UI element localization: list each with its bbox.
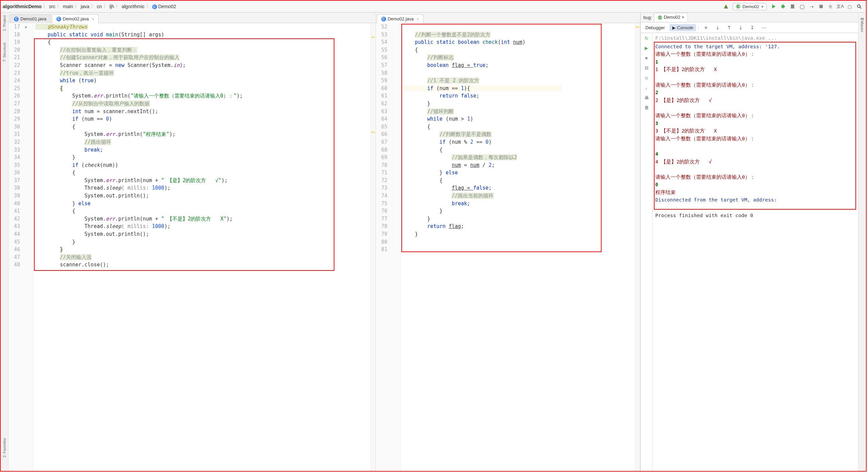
editor-tab[interactable]: CDemo02.java×: [52, 14, 99, 23]
build-icon[interactable]: [722, 3, 730, 10]
debug-panel: bug: C Demo02 × Debugger ▶Console | ≡ ⤓ …: [640, 13, 858, 471]
console-output[interactable]: Connected to the target VM, address: '12…: [655, 43, 855, 220]
crumb-item[interactable]: algorithmic: [122, 4, 145, 9]
left-code[interactable]: @SneakyThrows public static void main(St…: [33, 23, 370, 269]
right-editor-tabs: CDemo02.java×: [376, 13, 640, 23]
right-tool-strip: m Maven: [858, 13, 866, 471]
left-tool-strip: 1: Project 7: Structure 2: Favorites: [1, 13, 8, 471]
close-icon[interactable]: ×: [417, 17, 419, 21]
clear-icon[interactable]: 🗑: [644, 105, 649, 110]
debug-icon[interactable]: [779, 3, 787, 10]
crumb-item[interactable]: ljh: [109, 4, 114, 9]
debugger-tab[interactable]: Debugger: [643, 24, 667, 31]
jdk-path-hint: F:\install\JDK11\install\bin\java.exe ..…: [655, 34, 855, 43]
maven-tool-button[interactable]: Maven: [860, 21, 864, 32]
print-icon[interactable]: 🖶: [644, 95, 649, 100]
run-to-cursor-icon[interactable]: ↧: [748, 24, 756, 31]
left-editor-tabs: CDemo01.javaCDemo02.java×: [8, 13, 376, 23]
console-side-toolbar: ↻ ▶ ■ ⊟ ⦸ ↓ 🖶 🗑: [641, 33, 653, 471]
vcs-icon[interactable]: ⎘: [827, 3, 834, 10]
run-icon[interactable]: [770, 3, 777, 10]
attach-icon[interactable]: ⇢: [808, 3, 815, 10]
close-icon[interactable]: ×: [92, 17, 94, 21]
project-tool-button[interactable]: 1: Project: [2, 15, 6, 31]
rerun-icon[interactable]: ↻: [645, 36, 648, 41]
crumb-item[interactable]: src: [49, 4, 55, 9]
crumb-item[interactable]: cn: [97, 4, 102, 9]
right-gutter: 52 53 54 55 56 57 58 59 60 61 62 63 64 6…: [376, 23, 390, 471]
main-toolbar: algorithmicDemo〉src〉main〉java〉cn〉ljh〉alg…: [1, 1, 866, 13]
resume-icon[interactable]: ▶: [645, 46, 648, 51]
force-step-icon[interactable]: ⤓: [737, 24, 744, 31]
evaluate-icon[interactable]: ⋯: [760, 24, 767, 31]
svg-point-0: [781, 5, 785, 8]
mute-bp-icon[interactable]: ⦸: [645, 75, 648, 81]
terminal-icon[interactable]: ▢: [846, 3, 853, 10]
favorites-tool-button[interactable]: 2: Favorites: [2, 438, 6, 457]
crumb-item[interactable]: main: [63, 4, 73, 9]
step-into-icon[interactable]: ⤓: [714, 24, 721, 31]
step-out-icon[interactable]: ⤒: [725, 24, 733, 31]
debug-run-tab[interactable]: C Demo02 ×: [654, 13, 688, 22]
editor-tab[interactable]: CDemo01.java: [10, 14, 51, 23]
crumb-item[interactable]: C Demo02: [152, 4, 176, 10]
stop-console-icon[interactable]: ■: [645, 55, 648, 60]
right-code[interactable]: //判断一个整数是不是2的阶次方 public static boolean c…: [401, 23, 635, 238]
search-icon[interactable]: [855, 3, 863, 10]
breadcrumb: algorithmicDemo〉src〉main〉java〉cn〉ljh〉alg…: [3, 3, 176, 10]
translate-icon[interactable]: 文A: [836, 3, 844, 10]
svg-rect-1: [819, 5, 823, 8]
view-bp-icon[interactable]: ⊟: [645, 65, 648, 70]
debug-header-label: bug:: [643, 15, 652, 20]
svg-point-2: [857, 5, 860, 7]
crumb-item[interactable]: algorithmicDemo: [3, 4, 41, 9]
console-tab[interactable]: ▶Console: [670, 24, 696, 31]
crumb-item[interactable]: java: [81, 4, 89, 9]
scroll-console-icon[interactable]: ↓: [645, 85, 648, 90]
stop-icon[interactable]: [817, 3, 825, 10]
editor-tab[interactable]: CDemo02.java×: [377, 14, 423, 23]
right-editor: CDemo02.java× 52 53 54 55 56 57 58 59 60…: [376, 13, 640, 471]
coverage-icon[interactable]: [789, 3, 796, 10]
left-editor: CDemo01.javaCDemo02.java× 17 18 19 20 21…: [8, 13, 376, 471]
left-gutter: 17 18 19 20 21 22 23 24 25 26 27 28 29 3…: [8, 23, 23, 471]
profile-icon[interactable]: ◯: [798, 3, 806, 10]
structure-tool-button[interactable]: 7: Structure: [2, 42, 6, 62]
step-over-icon[interactable]: ≡: [702, 24, 710, 31]
left-gutter-icons: ▸: [23, 23, 30, 471]
run-config-selector[interactable]: C Demo02 ▾: [733, 3, 767, 10]
